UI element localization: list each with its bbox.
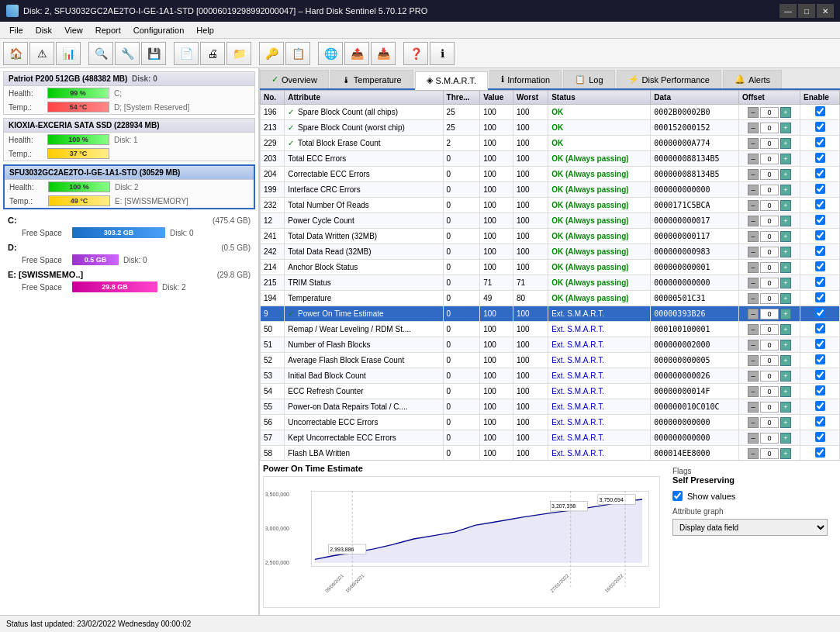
offset-minus-btn[interactable]: – xyxy=(748,185,759,195)
offset-input[interactable] xyxy=(760,386,779,397)
table-row[interactable]: 196 ✓ Spare Block Count (all chips) 25 1… xyxy=(261,105,840,120)
offset-input[interactable] xyxy=(760,324,779,335)
tb-btn-10[interactable]: 🔑 xyxy=(259,42,284,65)
enable-checkbox[interactable] xyxy=(815,432,825,442)
offset-minus-btn[interactable]: – xyxy=(748,309,759,319)
tab-information[interactable]: ℹ Information xyxy=(489,70,562,88)
offset-plus-btn[interactable]: + xyxy=(780,417,791,428)
offset-plus-btn[interactable]: + xyxy=(780,216,791,226)
show-values-checkbox[interactable] xyxy=(672,491,683,501)
enable-checkbox[interactable] xyxy=(815,339,825,349)
table-row[interactable]: 56 Uncorrectable ECC Errors 0 100 100 Ex… xyxy=(261,415,840,430)
offset-input[interactable] xyxy=(760,371,779,382)
tb-btn-5[interactable]: 🔧 xyxy=(115,42,140,65)
menu-report[interactable]: Report xyxy=(89,24,127,36)
offset-input[interactable] xyxy=(760,138,779,149)
offset-minus-btn[interactable]: – xyxy=(748,169,759,180)
enable-checkbox[interactable] xyxy=(815,354,825,364)
offset-input[interactable] xyxy=(760,154,779,164)
table-row[interactable]: 242 Total Data Read (32MB) 0 100 100 OK … xyxy=(261,244,840,260)
enable-checkbox[interactable] xyxy=(815,385,825,395)
table-row[interactable]: 58 Flash LBA Written 0 100 100 Ext. S.M.… xyxy=(261,446,840,461)
offset-input[interactable] xyxy=(760,309,779,319)
offset-minus-btn[interactable]: – xyxy=(748,138,759,149)
enable-checkbox[interactable] xyxy=(815,106,825,116)
offset-input[interactable] xyxy=(760,247,779,257)
smart-table-container[interactable]: No. Attribute Thre... Value Worst Status… xyxy=(260,90,840,460)
table-row[interactable]: 204 Correctable ECC Errors 0 100 100 OK … xyxy=(261,167,840,182)
offset-input[interactable] xyxy=(760,402,779,413)
table-row[interactable]: 229 ✓ Total Block Erase Count 2 100 100 … xyxy=(261,136,840,151)
offset-minus-btn[interactable]: – xyxy=(748,402,759,413)
tb-btn-15[interactable]: ❓ xyxy=(403,42,428,65)
tb-btn-11[interactable]: 📋 xyxy=(285,42,310,65)
enable-checkbox[interactable] xyxy=(815,122,825,132)
offset-input[interactable] xyxy=(760,185,779,195)
tb-btn-3[interactable]: 📊 xyxy=(56,42,81,65)
table-row[interactable]: 232 Total Number Of Reads 0 100 100 OK (… xyxy=(261,198,840,213)
offset-input[interactable] xyxy=(760,278,779,288)
tb-btn-12[interactable]: 🌐 xyxy=(318,42,343,65)
offset-input[interactable] xyxy=(760,448,779,459)
offset-input[interactable] xyxy=(760,123,779,133)
offset-plus-btn[interactable]: + xyxy=(780,169,791,180)
offset-input[interactable] xyxy=(760,433,779,444)
offset-input[interactable] xyxy=(760,107,779,118)
tb-btn-7[interactable]: 📄 xyxy=(174,42,199,65)
minimize-button[interactable]: — xyxy=(780,4,797,18)
tab-disk-performance[interactable]: ⚡ Disk Performance xyxy=(617,70,721,88)
offset-plus-btn[interactable]: + xyxy=(780,433,791,444)
offset-minus-btn[interactable]: – xyxy=(748,340,759,351)
offset-plus-btn[interactable]: + xyxy=(780,371,791,382)
tb-btn-14[interactable]: 📥 xyxy=(371,42,396,65)
enable-checkbox[interactable] xyxy=(815,370,825,380)
tab-overview[interactable]: ✓ Overview xyxy=(260,70,329,88)
offset-minus-btn[interactable]: – xyxy=(748,433,759,444)
tb-btn-4[interactable]: 🔍 xyxy=(88,42,113,65)
offset-plus-btn[interactable]: + xyxy=(780,231,791,242)
offset-minus-btn[interactable]: – xyxy=(748,278,759,288)
offset-minus-btn[interactable]: – xyxy=(748,200,759,211)
offset-minus-btn[interactable]: – xyxy=(748,371,759,382)
tb-btn-13[interactable]: 📤 xyxy=(344,42,369,65)
offset-input[interactable] xyxy=(760,293,779,304)
tb-btn-9[interactable]: 📁 xyxy=(226,42,251,65)
offset-input[interactable] xyxy=(760,417,779,428)
offset-minus-btn[interactable]: – xyxy=(748,107,759,118)
enable-checkbox[interactable] xyxy=(815,261,825,271)
enable-checkbox[interactable] xyxy=(815,184,825,194)
table-row[interactable]: 241 Total Data Written (32MB) 0 100 100 … xyxy=(261,229,840,244)
menu-help[interactable]: Help xyxy=(190,24,220,36)
maximize-button[interactable]: □ xyxy=(798,4,815,18)
offset-input[interactable] xyxy=(760,355,779,366)
table-row[interactable]: 194 Temperature 0 49 80 OK (Always passi… xyxy=(261,291,840,306)
close-button[interactable]: ✕ xyxy=(817,4,834,18)
offset-minus-btn[interactable]: – xyxy=(748,262,759,273)
offset-plus-btn[interactable]: + xyxy=(780,309,791,319)
enable-checkbox[interactable] xyxy=(815,323,825,333)
enable-checkbox[interactable] xyxy=(815,153,825,163)
table-row[interactable]: 213 ✓ Spare Block Count (worst chip) 25 … xyxy=(261,120,840,136)
table-row[interactable]: 199 Interface CRC Errors 0 100 100 OK (A… xyxy=(261,182,840,198)
table-row[interactable]: 53 Initial Bad Block Count 0 100 100 Ext… xyxy=(261,368,840,384)
disk-header-2[interactable]: SFU3032GC2AE2TO-I-GE-1A1-STD (30529 MB) xyxy=(5,166,254,180)
offset-minus-btn[interactable]: – xyxy=(748,386,759,397)
offset-plus-btn[interactable]: + xyxy=(780,123,791,133)
offset-minus-btn[interactable]: – xyxy=(748,216,759,226)
tb-btn-2[interactable]: ⚠ xyxy=(29,42,54,65)
offset-plus-btn[interactable]: + xyxy=(780,138,791,149)
offset-minus-btn[interactable]: – xyxy=(748,293,759,304)
disk-header-1[interactable]: KIOXIA-EXCERIA SATA SSD (228934 MB) xyxy=(4,119,254,133)
offset-input[interactable] xyxy=(760,216,779,226)
offset-plus-btn[interactable]: + xyxy=(780,278,791,288)
offset-input[interactable] xyxy=(760,231,779,242)
offset-plus-btn[interactable]: + xyxy=(780,293,791,304)
enable-checkbox[interactable] xyxy=(815,246,825,256)
offset-plus-btn[interactable]: + xyxy=(780,340,791,351)
enable-checkbox[interactable] xyxy=(815,308,825,318)
menu-view[interactable]: View xyxy=(58,24,89,36)
tab-smart[interactable]: ◈ S.M.A.R.T. xyxy=(415,71,489,90)
enable-checkbox[interactable] xyxy=(815,199,825,209)
offset-input[interactable] xyxy=(760,340,779,351)
enable-checkbox[interactable] xyxy=(815,292,825,302)
